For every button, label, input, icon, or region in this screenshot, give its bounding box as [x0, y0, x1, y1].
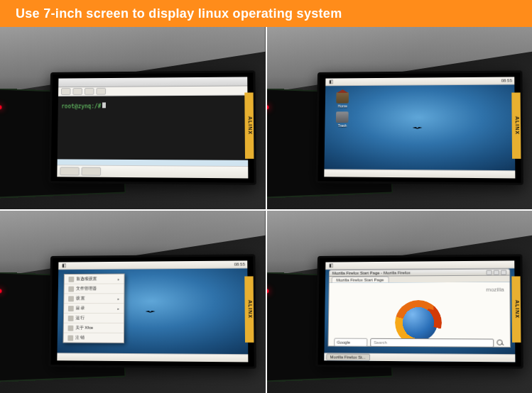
menu-item[interactable]: 目 录▸: [64, 304, 124, 314]
system-tray[interactable]: 08:55: [501, 78, 511, 82]
brand-badge: ALINX: [511, 276, 522, 342]
search-bar-row: Google Search: [327, 338, 511, 348]
brand-badge: ALINX: [245, 276, 256, 342]
system-tray[interactable]: 08:55: [234, 262, 245, 266]
top-panel: ◧ 08:55: [325, 77, 514, 86]
bottom-panel: [57, 353, 248, 362]
submenu-arrow-icon: ▸: [118, 296, 120, 300]
menu-item-icon: [68, 305, 74, 311]
browser-viewport: mozilla: [327, 282, 511, 345]
menu-item-icon: [68, 315, 74, 321]
toolbar-button[interactable]: [96, 87, 106, 94]
photo-desktop: ALINX ◧ 08:55 Home Trash: [267, 27, 533, 209]
clock-text: 08:55: [234, 262, 245, 266]
taskbar-item[interactable]: [60, 167, 79, 175]
trash-icon[interactable]: Trash: [332, 111, 352, 128]
brand-badge: ALINX: [511, 92, 522, 158]
taskbar-item[interactable]: [81, 167, 101, 175]
photo-firefox: ALINX ◧ Mozilla Firefox Start Page - Moz…: [267, 211, 533, 393]
submenu-arrow-icon: ▸: [118, 277, 120, 281]
search-icon[interactable]: [496, 339, 504, 346]
lcd-screen-3: ALINX ◧ 08:55 首选项设置▸ 文件管理器 设 置▸ 目 录▸ 运 行: [49, 254, 257, 369]
cursor-icon: [103, 102, 107, 108]
desktop-wallpaper[interactable]: ◧ 08:55 首选项设置▸ 文件管理器 设 置▸ 目 录▸ 运 行 关于 Xf…: [57, 260, 248, 362]
lcd-screen-2: ALINX ◧ 08:55 Home Trash: [315, 70, 523, 185]
menu-item[interactable]: 运 行: [64, 314, 124, 323]
lcd-screen-4: ALINX ◧ Mozilla Firefox Start Page - Moz…: [315, 254, 523, 369]
menu-item[interactable]: 文件管理器: [64, 284, 124, 294]
menu-item-icon: [68, 276, 74, 282]
desktop-wallpaper: ◧ Mozilla Firefox Start Page - Mozilla F…: [324, 260, 515, 362]
toolbar-button[interactable]: [85, 87, 94, 94]
xfce-mouse-logo-icon: [146, 309, 156, 314]
bottom-panel: [324, 169, 515, 178]
applications-menu-icon[interactable]: ◧: [60, 262, 68, 268]
menu-item[interactable]: 关于 Xfce: [63, 323, 124, 333]
home-folder-icon[interactable]: Home: [332, 92, 352, 108]
menu-item[interactable]: 首选项设置▸: [64, 274, 124, 284]
bottom-panel: Mozilla Firefox St...: [324, 353, 515, 362]
applications-menu-icon[interactable]: ◧: [327, 262, 335, 268]
brand-badge: ALINX: [245, 92, 256, 158]
maximize-button[interactable]: [494, 270, 499, 275]
lcd-screen-1: ALINX root@zynq:/#: [49, 70, 257, 185]
menu-item-icon: [68, 286, 74, 292]
firefox-logo-icon: [393, 297, 443, 344]
toolbar-button[interactable]: [72, 87, 82, 94]
mozilla-brand-text: mozilla: [486, 286, 504, 292]
submenu-arrow-icon: ▸: [118, 306, 120, 310]
menu-item-icon: [67, 335, 73, 341]
photo-terminal: ALINX root@zynq:/#: [0, 27, 266, 209]
desktop-wallpaper[interactable]: ◧ 08:55 Home Trash: [324, 77, 515, 178]
menu-item[interactable]: 注 销: [63, 333, 124, 342]
shell-prompt: root@zynq:/#: [61, 103, 101, 109]
menu-item-icon: [68, 296, 74, 301]
header-title: Use 7-inch screen to display linux opera…: [16, 6, 342, 21]
menu-item[interactable]: 设 置▸: [64, 294, 124, 304]
close-button[interactable]: [501, 270, 506, 275]
minimize-button[interactable]: [487, 270, 492, 275]
taskbar: [57, 165, 248, 178]
menu-item-icon: [67, 325, 73, 331]
photo-grid: ALINX root@zynq:/#: [0, 27, 532, 393]
clock-text: 08:55: [501, 78, 511, 82]
photo-menu: ALINX ◧ 08:55 首选项设置▸ 文件管理器 设 置▸ 目 录▸ 运 行: [0, 211, 266, 393]
toolbar-button[interactable]: [61, 87, 71, 94]
search-input[interactable]: Search: [370, 338, 494, 347]
applications-menu: 首选项设置▸ 文件管理器 设 置▸ 目 录▸ 运 行 关于 Xfce 注 销: [63, 273, 125, 343]
xfce-mouse-logo-icon: [412, 125, 422, 131]
terminal-body[interactable]: root@zynq:/#: [57, 95, 248, 160]
top-panel: ◧ 08:55: [58, 260, 247, 270]
taskbar-item[interactable]: Mozilla Firefox St...: [326, 353, 370, 360]
search-engine-select[interactable]: Google: [334, 338, 367, 346]
header-bar: Use 7-inch screen to display linux opera…: [0, 0, 532, 27]
window-title-text: Mozilla Firefox Start Page - Mozilla Fir…: [332, 270, 410, 275]
applications-menu-icon[interactable]: ◧: [327, 79, 335, 84]
browser-tab[interactable]: Mozilla Firefox Start Page: [331, 276, 389, 282]
terminal-toolbar: [58, 86, 248, 96]
